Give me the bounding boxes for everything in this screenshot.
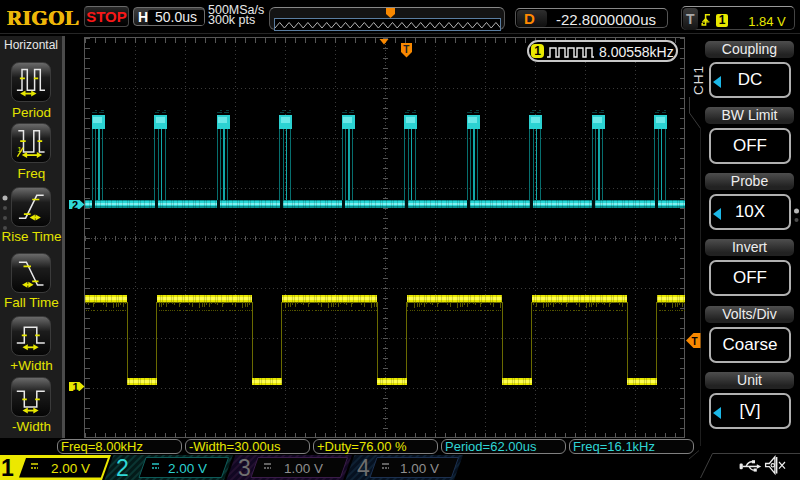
svg-text:4: 4 bbox=[357, 455, 370, 480]
svg-text:2: 2 bbox=[116, 455, 129, 480]
svg-text:3: 3 bbox=[238, 455, 251, 480]
svg-text:1.00 V: 1.00 V bbox=[284, 461, 323, 476]
svg-text:2.00 V: 2.00 V bbox=[51, 461, 90, 476]
svg-text:2.00 V: 2.00 V bbox=[168, 461, 207, 476]
svg-text:T: T bbox=[692, 336, 698, 347]
svg-text:1.00 V: 1.00 V bbox=[400, 461, 439, 476]
svg-text:1: 1 bbox=[73, 381, 79, 393]
svg-text:T: T bbox=[403, 44, 409, 55]
svg-text:1: 1 bbox=[1, 455, 14, 480]
svg-text:2: 2 bbox=[72, 199, 78, 211]
